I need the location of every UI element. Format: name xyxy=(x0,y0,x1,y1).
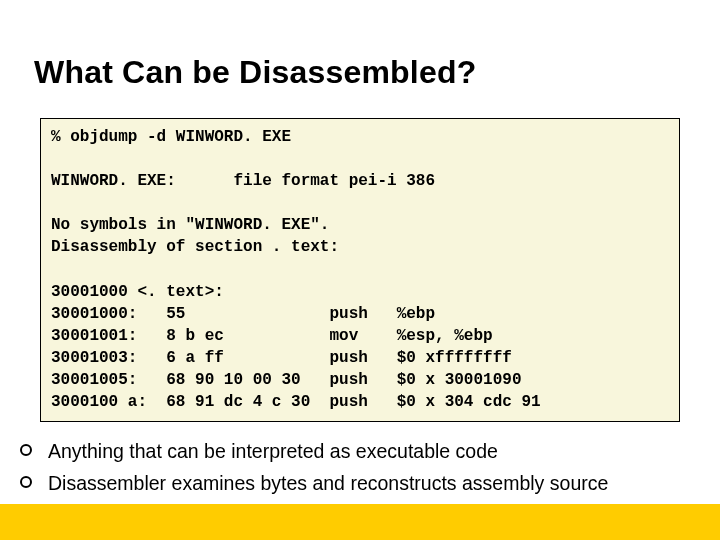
list-item: Anything that can be interpreted as exec… xyxy=(20,438,690,464)
footer-bar xyxy=(0,504,720,540)
slide-title: What Can be Disassembled? xyxy=(34,54,476,91)
circle-bullet-icon xyxy=(20,476,32,488)
code-block: % objdump -d WINWORD. EXE WINWORD. EXE: … xyxy=(40,118,680,422)
bullet-list: Anything that can be interpreted as exec… xyxy=(20,438,690,503)
bullet-text: Anything that can be interpreted as exec… xyxy=(48,438,498,464)
list-item: Disassembler examines bytes and reconstr… xyxy=(20,470,690,496)
circle-bullet-icon xyxy=(20,444,32,456)
bullet-text: Disassembler examines bytes and reconstr… xyxy=(48,470,608,496)
